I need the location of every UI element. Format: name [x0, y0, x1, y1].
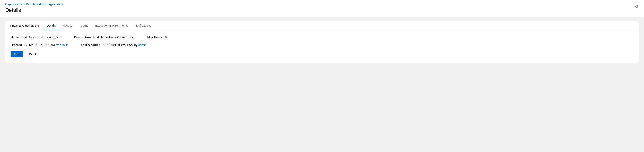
breadcrumb-current: Red Hat network organization	[26, 2, 63, 6]
name-label: Name	[10, 35, 19, 39]
tab-back-to-organizations[interactable]: ◄ Back to Organizations	[6, 21, 43, 30]
tab-access-label: Access	[63, 24, 72, 27]
page-header: Organizations › Red Hat network organiza…	[0, 0, 644, 17]
actions-row: Edit Delete	[10, 51, 634, 57]
last-modified-by-link[interactable]: admin	[138, 43, 146, 47]
name-value: Red Hat network organization	[21, 35, 61, 39]
tab-details-label: Details	[46, 24, 56, 27]
created-value: 8/31/2021, 8:12:11 AM by	[24, 43, 59, 47]
edit-button[interactable]: Edit	[10, 51, 23, 57]
description-value: Red Hat Network Organization	[94, 35, 134, 39]
fields-row-2: Created 8/31/2021, 8:12:11 AM by admin L…	[10, 43, 634, 47]
field-created: Created 8/31/2021, 8:12:11 AM by admin	[10, 43, 68, 47]
delete-button[interactable]: Delete	[25, 51, 41, 57]
back-arrow-icon: ◄	[9, 24, 11, 27]
last-modified-value: 8/31/2021, 8:12:11 AM by	[103, 43, 138, 47]
tab-execution-environments-label: Execution Environments	[95, 24, 128, 27]
fields-row-1: Name Red Hat network organization Descri…	[10, 35, 634, 39]
description-label: Description	[74, 35, 91, 39]
field-last-modified: Last Modified 8/31/2021, 8:12:11 AM by a…	[81, 43, 146, 47]
max-hosts-label: Max Hosts	[147, 35, 162, 39]
history-icon-wrapper: ⟳	[635, 4, 639, 9]
tab-details[interactable]: Details	[43, 21, 59, 30]
tab-teams-label: Teams	[80, 24, 88, 27]
tab-execution-environments[interactable]: Execution Environments	[92, 21, 131, 30]
back-to-organizations-label: Back to Organizations	[12, 24, 40, 27]
content-area: ◄ Back to Organizations Details Access T…	[0, 17, 644, 67]
created-by-link[interactable]: admin	[60, 43, 68, 47]
field-description: Description Red Hat Network Organization	[74, 35, 134, 39]
details-card: ◄ Back to Organizations Details Access T…	[5, 21, 639, 63]
breadcrumb-organizations-link[interactable]: Organizations	[5, 2, 22, 6]
page-title: Details	[5, 7, 639, 13]
max-hosts-value: 0	[165, 35, 167, 39]
tabs-bar: ◄ Back to Organizations Details Access T…	[6, 21, 638, 30]
history-icon[interactable]: ⟳	[635, 4, 639, 9]
last-modified-value-group: 8/31/2021, 8:12:11 AM by admin	[103, 43, 146, 47]
tab-access[interactable]: Access	[59, 21, 76, 30]
field-name: Name Red Hat network organization	[10, 35, 61, 39]
created-label: Created	[10, 43, 22, 47]
breadcrumb-separator: ›	[24, 3, 24, 6]
breadcrumb: Organizations › Red Hat network organiza…	[5, 2, 639, 6]
tab-notifications[interactable]: Notifications	[131, 21, 154, 30]
tab-teams[interactable]: Teams	[76, 21, 92, 30]
last-modified-label: Last Modified	[81, 43, 100, 47]
details-content: Name Red Hat network organization Descri…	[6, 30, 638, 63]
created-value-group: 8/31/2021, 8:12:11 AM by admin	[24, 43, 68, 47]
field-max-hosts: Max Hosts 0	[147, 35, 166, 39]
tab-notifications-label: Notifications	[135, 24, 151, 27]
